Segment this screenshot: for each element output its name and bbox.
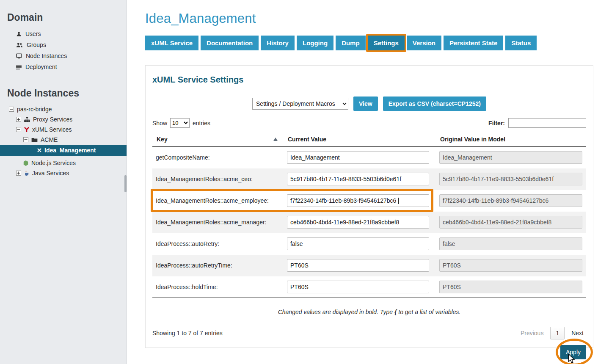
tree-node-proxy-services[interactable]: Proxy Services bbox=[0, 114, 127, 124]
tree-node-xuml-services[interactable]: xUML Services bbox=[0, 124, 127, 135]
collapse-icon[interactable] bbox=[23, 137, 28, 142]
apply-row: Apply bbox=[152, 345, 586, 359]
apply-button[interactable]: Apply bbox=[560, 345, 586, 359]
tree-node-label: Node.js Services bbox=[31, 160, 76, 166]
domain-section-title: Domain bbox=[7, 12, 127, 23]
filter-input[interactable] bbox=[508, 118, 586, 128]
column-header-key[interactable]: Key bbox=[152, 133, 284, 147]
tab-persistent-state[interactable]: Persistent State bbox=[444, 36, 503, 50]
pagination-page-1[interactable]: 1 bbox=[550, 327, 565, 339]
java-icon bbox=[24, 171, 29, 176]
tree-node-idea-management[interactable]: Idea_Management bbox=[0, 145, 127, 156]
macro-select[interactable]: Settings / Deployment Macros bbox=[252, 98, 348, 110]
tree-node-label: Java Services bbox=[32, 170, 69, 176]
original-value-field bbox=[439, 281, 582, 293]
sidebar-item-label: Groups bbox=[27, 41, 46, 48]
monitor-icon bbox=[16, 53, 22, 59]
table-note: Changed values are displayed in bold. Ty… bbox=[152, 309, 586, 315]
entries-per-page-select[interactable]: 10 bbox=[170, 118, 190, 128]
tree-node-nodejs-services[interactable]: Node.js Services bbox=[0, 158, 127, 168]
entries-summary: Showing 1 to 7 of 7 entries bbox=[152, 330, 223, 336]
current-value-input-focused[interactable] bbox=[287, 194, 429, 207]
table-row-highlighted: Idea_ManagementRoles::acme_employee: bbox=[152, 190, 586, 212]
tree-node-label: xUML Services bbox=[32, 126, 72, 133]
collapse-icon[interactable] bbox=[9, 107, 14, 112]
entries-label: entries bbox=[193, 120, 210, 127]
original-value-field bbox=[439, 216, 582, 229]
current-value-input[interactable] bbox=[287, 151, 429, 164]
tree-node-pas-rc-bridge[interactable]: pas-rc-bridge bbox=[0, 104, 127, 114]
sidebar-item-users[interactable]: Users bbox=[0, 28, 127, 39]
expand-icon[interactable] bbox=[16, 171, 21, 176]
main-content: Idea_Management xUML Service Documentati… bbox=[127, 0, 609, 364]
tree-node-java-services[interactable]: Java Services bbox=[0, 168, 127, 178]
nodejs-icon bbox=[23, 160, 28, 166]
current-value-input[interactable] bbox=[287, 281, 429, 293]
settings-table: Key Current Value Original Value in Mode… bbox=[152, 133, 586, 298]
setting-key: Idea_ManagementRoles::acme_ceo: bbox=[152, 168, 284, 190]
deployment-list-icon bbox=[16, 65, 22, 69]
sidebar-item-groups[interactable]: Groups bbox=[0, 39, 127, 50]
settings-panel: xUML Service Settings Settings / Deploym… bbox=[145, 65, 593, 348]
pagination: Previous 1 Next bbox=[521, 327, 584, 339]
collapse-icon[interactable] bbox=[16, 127, 21, 132]
sitemap-icon bbox=[24, 117, 30, 122]
service-x-icon bbox=[37, 148, 41, 152]
settings-table-wrap: Key Current Value Original Value in Mode… bbox=[152, 133, 586, 298]
show-label: Show bbox=[152, 120, 167, 127]
table-row: Idea_ManagementRoles::acme_ceo: bbox=[152, 168, 586, 190]
macro-controls: Settings / Deployment Macros View Export… bbox=[152, 97, 586, 111]
pagination-next[interactable]: Next bbox=[571, 330, 584, 336]
tab-documentation[interactable]: Documentation bbox=[201, 36, 259, 50]
setting-key: IdeaProcess::autoRetry: bbox=[152, 233, 284, 255]
folder-icon bbox=[31, 138, 38, 142]
tab-bar: xUML Service Documentation History Loggi… bbox=[145, 36, 593, 50]
column-header-original-value[interactable]: Original Value in Model bbox=[436, 133, 586, 147]
app-window: Domain Users Groups Node Instances Deplo… bbox=[0, 0, 609, 364]
current-value-input[interactable] bbox=[287, 216, 429, 229]
tab-logging[interactable]: Logging bbox=[297, 36, 333, 50]
xuml-logo-icon bbox=[24, 127, 29, 132]
sidebar-item-label: Users bbox=[25, 30, 41, 37]
original-value-field bbox=[439, 237, 582, 250]
column-header-current-value[interactable]: Current Value bbox=[284, 133, 436, 147]
user-icon bbox=[16, 31, 22, 37]
tab-xuml-service[interactable]: xUML Service bbox=[145, 36, 198, 50]
setting-key: IdeaProcess::autoRetryTime: bbox=[152, 255, 284, 276]
tree-node-label: pas-rc-bridge bbox=[17, 106, 52, 113]
sidebar: Domain Users Groups Node Instances Deplo… bbox=[0, 0, 127, 364]
table-footer: Showing 1 to 7 of 7 entries Previous 1 N… bbox=[152, 327, 586, 339]
table-row: IdeaProcess::holdTime: bbox=[152, 276, 586, 298]
original-value-field bbox=[439, 259, 582, 272]
current-value-input[interactable] bbox=[287, 173, 429, 185]
view-button[interactable]: View bbox=[353, 97, 378, 111]
current-value-input[interactable] bbox=[287, 237, 429, 250]
panel-title: xUML Service Settings bbox=[152, 75, 586, 85]
original-value-field bbox=[439, 173, 582, 185]
tab-dump[interactable]: Dump bbox=[336, 36, 366, 50]
tab-history[interactable]: History bbox=[261, 36, 295, 50]
expand-icon[interactable] bbox=[16, 117, 21, 122]
sidebar-scrollbar[interactable] bbox=[124, 175, 127, 192]
sidebar-item-node-instances[interactable]: Node Instances bbox=[0, 50, 127, 61]
page-title: Idea_Management bbox=[145, 11, 593, 26]
table-row: getCompositeName: bbox=[152, 147, 586, 168]
tab-settings[interactable]: Settings bbox=[368, 36, 405, 50]
node-instances-section-title: Node Instances bbox=[7, 88, 127, 99]
tree-node-acme[interactable]: ACME bbox=[0, 135, 127, 145]
export-csv-button[interactable]: Export as CSV (charset=CP1252) bbox=[383, 97, 486, 111]
table-row: IdeaProcess::autoRetryTime: bbox=[152, 255, 586, 276]
sort-ascending-icon bbox=[273, 138, 278, 141]
original-value-field bbox=[439, 194, 582, 207]
setting-key: Idea_ManagementRoles::acme_employee: bbox=[152, 190, 284, 212]
tab-status[interactable]: Status bbox=[505, 36, 537, 50]
table-controls: Show 10 entries Filter: bbox=[152, 118, 586, 128]
current-value-input[interactable] bbox=[287, 259, 429, 272]
original-value-field bbox=[439, 151, 582, 164]
filter-label: Filter: bbox=[488, 120, 505, 127]
sidebar-item-deployment[interactable]: Deployment bbox=[0, 61, 127, 72]
text-cursor bbox=[398, 198, 399, 204]
tab-version[interactable]: Version bbox=[407, 36, 441, 50]
group-icon bbox=[16, 42, 23, 48]
pagination-previous[interactable]: Previous bbox=[521, 330, 543, 336]
